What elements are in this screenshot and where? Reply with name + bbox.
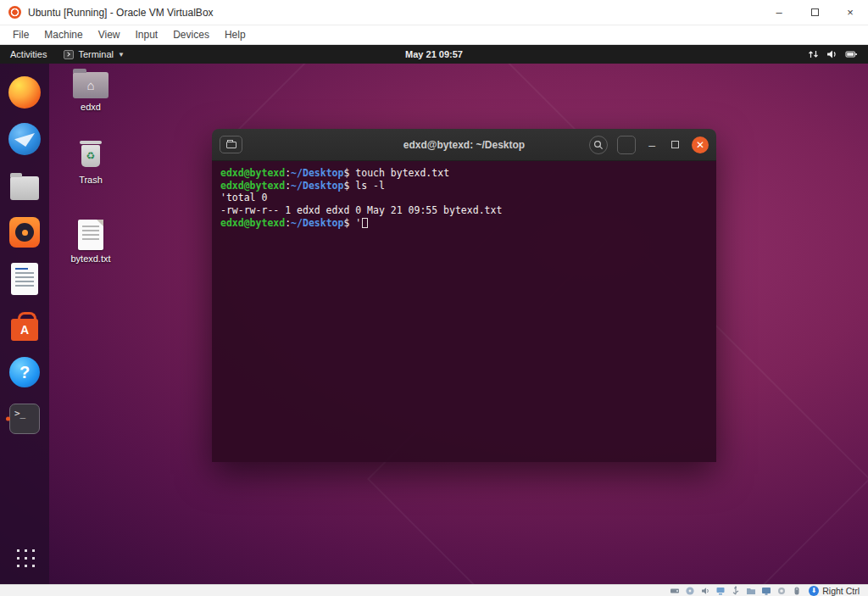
- desktop-icon-edxd[interactable]: ⌂ edxd: [66, 72, 115, 112]
- host-key-label: Right Ctrl: [822, 586, 860, 596]
- menu-machine[interactable]: Machine: [36, 25, 90, 44]
- show-applications-button[interactable]: [4, 537, 45, 577]
- search-button[interactable]: [589, 136, 608, 154]
- vbox-window-controls: – ×: [761, 0, 868, 25]
- mouse-integration-icon[interactable]: [792, 586, 802, 596]
- desktop-icon-label: Trash: [79, 175, 103, 185]
- audio-icon[interactable]: [700, 586, 710, 596]
- menu-devices[interactable]: Devices: [165, 25, 217, 44]
- menu-input[interactable]: Input: [128, 25, 166, 44]
- running-indicator-dot: [6, 417, 10, 421]
- terminal-close-button[interactable]: ✕: [692, 136, 709, 153]
- terminal-line: edxd@bytexd:~/Desktop$ touch bytexd.txt: [220, 167, 708, 180]
- files-icon: [10, 176, 39, 200]
- usb-icon[interactable]: [731, 586, 741, 596]
- terminal-line: edxd@bytexd:~/Desktop$ ': [220, 217, 708, 230]
- new-tab-icon: [226, 142, 236, 148]
- new-tab-button[interactable]: [220, 136, 242, 153]
- desktop: A ? >_ ⌂ edxd ♻ Trash bytexd.txt: [0, 64, 868, 584]
- menu-help[interactable]: Help: [217, 25, 253, 44]
- terminal-text-segment: edxd@bytexd: [220, 167, 285, 179]
- terminal-text-segment: ': [355, 217, 361, 229]
- terminal-text-segment: edxd@bytexd: [220, 217, 285, 229]
- desktop-icon-label: edxd: [81, 102, 101, 112]
- terminal-window: edxd@bytexd: ~/Desktop – ✕ edxd@bytexd:~…: [212, 129, 716, 462]
- terminal-text-segment: ~/Desktop: [291, 167, 343, 179]
- battery-icon: [845, 49, 858, 59]
- hdd-icon[interactable]: [670, 586, 680, 596]
- terminal-text-segment: edxd@bytexd: [220, 180, 285, 192]
- terminal-text-segment: $: [343, 180, 355, 192]
- rhythmbox-icon: [9, 217, 40, 248]
- dock-item-thunderbird[interactable]: [4, 119, 45, 159]
- dock-item-files[interactable]: [4, 165, 45, 206]
- vbox-window-title: Ubuntu [Running] - Oracle VM VirtualBox: [28, 7, 761, 19]
- terminal-text-segment: touch bytexd.txt: [355, 167, 449, 179]
- host-key-status: ⬇ Right Ctrl: [809, 586, 863, 596]
- search-icon: [593, 140, 604, 150]
- dock-item-firefox[interactable]: [4, 72, 45, 113]
- terminal-minimize-button[interactable]: –: [645, 138, 659, 152]
- dock-item-libreoffice-writer[interactable]: [4, 259, 45, 299]
- desktop-icon-trash[interactable]: ♻ Trash: [66, 141, 115, 185]
- vbox-menubar: File Machine View Input Devices Help: [0, 25, 868, 45]
- optical-disk-icon[interactable]: [685, 586, 695, 596]
- terminal-headerbar[interactable]: edxd@bytexd: ~/Desktop – ✕: [212, 129, 716, 161]
- keyboard-capture-icon: ⬇: [809, 586, 819, 596]
- trash-icon: ♻: [74, 141, 108, 171]
- home-folder-icon: ⌂: [73, 72, 108, 98]
- terminal-line: edxd@bytexd:~/Desktop$ ls -l: [220, 180, 708, 192]
- terminal-header-actions: – ✕: [589, 136, 709, 154]
- dock-item-ubuntu-software[interactable]: A: [4, 305, 45, 346]
- vbox-minimize-button[interactable]: –: [761, 0, 797, 25]
- vbox-close-button[interactable]: ×: [832, 0, 868, 25]
- vm-screen: Activities Terminal ▼ May 21 09:57: [0, 45, 868, 584]
- libreoffice-writer-icon: [11, 263, 38, 295]
- menu-file[interactable]: File: [5, 25, 36, 44]
- system-tray[interactable]: [808, 49, 868, 59]
- dock: A ? >_: [0, 64, 49, 584]
- disc-shape: [15, 223, 34, 242]
- chevron-down-icon: ▼: [118, 51, 125, 58]
- clock[interactable]: May 21 09:57: [405, 49, 463, 59]
- network-icon: [808, 49, 819, 59]
- terminal-title: edxd@bytexd: ~/Desktop: [403, 139, 525, 151]
- dock-item-rhythmbox[interactable]: [4, 212, 45, 253]
- menu-view[interactable]: View: [91, 25, 128, 44]
- app-menu-label: Terminal: [78, 49, 114, 59]
- shared-folders-icon[interactable]: [746, 586, 756, 596]
- display-icon[interactable]: [761, 586, 771, 596]
- text-file-icon: [78, 220, 103, 250]
- desktop-icon-label: bytexd.txt: [70, 253, 110, 264]
- terminal-mini-icon: [64, 50, 74, 59]
- desktop-icon-bytexd-txt[interactable]: bytexd.txt: [66, 220, 115, 264]
- disc-hub: [22, 230, 28, 236]
- gnome-topbar: Activities Terminal ▼ May 21 09:57: [0, 45, 868, 64]
- help-icon: ?: [9, 357, 40, 387]
- vbox-statusbar: ⬇ Right Ctrl: [0, 584, 868, 596]
- terminal-icon: >_: [9, 404, 40, 434]
- terminal-text-segment: ls -l: [355, 180, 385, 192]
- dock-item-help[interactable]: ?: [4, 352, 45, 393]
- vbox-maximize-button[interactable]: [797, 0, 832, 25]
- terminal-output[interactable]: edxd@bytexd:~/Desktop$ touch bytexd.txte…: [212, 161, 716, 462]
- ubuntu-software-icon: A: [11, 319, 38, 341]
- activities-button[interactable]: Activities: [0, 49, 57, 59]
- terminal-text-segment: -rw-rw-r-- 1 edxd edxd 0 May 21 09:55 by…: [220, 204, 502, 216]
- dock-item-terminal[interactable]: >_: [4, 398, 45, 439]
- app-menu-terminal[interactable]: Terminal ▼: [57, 49, 131, 59]
- terminal-text-segment: ~/Desktop: [291, 217, 343, 229]
- recording-icon[interactable]: [776, 586, 787, 596]
- terminal-cursor: [362, 218, 368, 228]
- terminal-text-segment: $: [343, 217, 355, 229]
- terminal-line: 'total 0: [220, 192, 708, 204]
- volume-icon: [826, 49, 837, 59]
- vbox-titlebar: Ubuntu [Running] - Oracle VM VirtualBox …: [0, 0, 868, 25]
- network-icon[interactable]: [715, 586, 726, 596]
- terminal-maximize-button[interactable]: [671, 141, 679, 148]
- app-grid-icon: [14, 546, 36, 568]
- hamburger-menu-button[interactable]: [617, 136, 636, 154]
- ubuntu-logo-icon: [8, 6, 21, 19]
- thunderbird-icon: [8, 123, 41, 155]
- terminal-text-segment: 'total 0: [220, 192, 267, 203]
